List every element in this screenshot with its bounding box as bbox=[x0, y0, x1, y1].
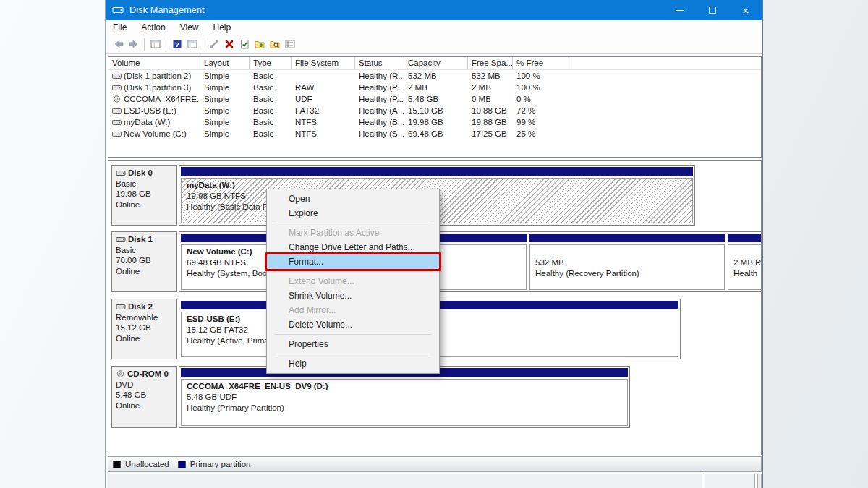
layout-cell: Simple bbox=[200, 72, 250, 80]
menu-bar: File Action View Help bbox=[106, 20, 762, 35]
disk1-label-panel[interactable]: Disk 1 Basic 70.00 GB Online bbox=[111, 231, 177, 292]
volume-list: Volume Layout Type File System Status Ca… bbox=[108, 56, 762, 158]
drive-icon bbox=[112, 131, 122, 137]
disk-type: Removable bbox=[116, 312, 176, 323]
type-cell: Basic bbox=[250, 83, 292, 92]
capacity-cell: 15.10 GB bbox=[404, 106, 468, 115]
column-header-file-system[interactable]: File System bbox=[292, 57, 355, 69]
status-pane bbox=[705, 474, 755, 488]
delete-icon[interactable] bbox=[221, 37, 237, 51]
capacity-cell: 532 MB bbox=[404, 72, 468, 80]
menu-item-delete-volume[interactable]: Delete Volume... bbox=[267, 317, 439, 332]
volume-list-header: Volume Layout Type File System Status Ca… bbox=[109, 57, 761, 70]
column-header-type[interactable]: Type bbox=[250, 57, 292, 69]
menu-action[interactable]: Action bbox=[134, 22, 172, 33]
partition-size: 2 MB R bbox=[733, 257, 761, 268]
open-folder-icon[interactable] bbox=[252, 37, 267, 51]
disk-size: 19.98 GB bbox=[116, 189, 176, 200]
column-header-free-space[interactable]: Free Spa... bbox=[468, 57, 513, 69]
menu-item-shrink-volume[interactable]: Shrink Volume... bbox=[267, 288, 439, 303]
column-header-layout[interactable]: Layout bbox=[200, 57, 250, 69]
maximize-icon bbox=[709, 7, 716, 14]
file-system-cell: FAT32 bbox=[292, 106, 355, 115]
partition-title bbox=[535, 247, 724, 257]
table-row[interactable]: New Volume (C:) Simple Basic NTFS Health… bbox=[109, 128, 761, 140]
console-window-icon[interactable] bbox=[148, 37, 163, 51]
legend-label-unallocated: Unallocated bbox=[125, 460, 169, 468]
cdrom0-label-panel[interactable]: CD-ROM 0 DVD 5.48 GB Online bbox=[111, 366, 177, 428]
type-cell: Basic bbox=[250, 95, 292, 103]
type-cell: Basic bbox=[250, 118, 292, 127]
menu-help[interactable]: Help bbox=[206, 22, 239, 33]
close-button[interactable]: × bbox=[729, 0, 762, 20]
validate-document-icon[interactable] bbox=[237, 37, 252, 51]
menu-file[interactable]: File bbox=[106, 22, 134, 33]
legend-bar: Unallocated Primary partition bbox=[108, 456, 762, 472]
disk0-label-panel[interactable]: Disk 0 Basic 19.98 GB Online bbox=[111, 165, 177, 226]
find-folder-icon[interactable] bbox=[267, 37, 282, 51]
minimize-icon bbox=[676, 10, 684, 11]
menu-item-explore[interactable]: Explore bbox=[267, 206, 439, 221]
partition-size: 5.48 GB UDF bbox=[187, 392, 627, 403]
partition-cccoma-d[interactable]: CCCOMA_X64FRE_EN-US_DV9 (D:) 5.48 GB UDF… bbox=[181, 368, 628, 426]
partition-status: Healthy (Primary Partition) bbox=[187, 403, 627, 414]
menu-view[interactable]: View bbox=[173, 22, 206, 33]
back-icon[interactable] bbox=[111, 37, 126, 51]
capacity-cell: 5.48 GB bbox=[404, 95, 468, 103]
column-header-filler bbox=[569, 57, 761, 69]
table-row[interactable]: myData (W:) Simple Basic NTFS Healthy (B… bbox=[109, 116, 761, 128]
pct-free-cell: 100 % bbox=[513, 72, 569, 80]
drive-icon bbox=[112, 73, 122, 80]
table-row[interactable]: (Disk 1 partition 2) Simple Basic Health… bbox=[109, 70, 761, 82]
status-cell: Healthy (B... bbox=[355, 118, 404, 127]
help-icon[interactable]: ? bbox=[169, 37, 184, 51]
menu-item-format[interactable]: Format... bbox=[267, 254, 439, 269]
table-row[interactable]: CCCOMA_X64FRE... Simple Basic UDF Health… bbox=[109, 93, 761, 105]
pct-free-cell: 72 % bbox=[513, 106, 569, 115]
disk-status: Online bbox=[116, 266, 176, 277]
disk-size: 5.48 GB bbox=[116, 390, 176, 401]
cd-icon bbox=[116, 370, 125, 377]
layout-cell: Simple bbox=[200, 83, 250, 92]
menu-item-change-drive-letter[interactable]: Change Drive Letter and Paths... bbox=[267, 240, 439, 254]
column-header-capacity[interactable]: Capacity bbox=[404, 57, 468, 69]
partition-title: CCCOMA_X64FRE_EN-US_DV9 (D:) bbox=[187, 381, 627, 392]
volume-name: (Disk 1 partition 3) bbox=[124, 83, 191, 92]
cdrom0-strip: CCCOMA_X64FRE_EN-US_DV9 (D:) 5.48 GB UDF… bbox=[179, 366, 630, 428]
disk2-label-panel[interactable]: Disk 2 Removable 15.12 GB Online bbox=[111, 299, 177, 359]
menu-item-help[interactable]: Help bbox=[267, 356, 439, 371]
disk-name: Disk 0 bbox=[128, 168, 153, 179]
column-header-status[interactable]: Status bbox=[355, 57, 404, 69]
disk-type: DVD bbox=[116, 380, 176, 390]
menu-item-open[interactable]: Open bbox=[267, 192, 439, 206]
column-header-pct-free[interactable]: % Free bbox=[513, 57, 569, 69]
file-system-cell: NTFS bbox=[292, 129, 355, 138]
capacity-cell: 2 MB bbox=[404, 83, 468, 92]
table-row[interactable]: ESD-USB (E:) Simple Basic FAT32 Healthy … bbox=[109, 105, 761, 116]
column-header-volume[interactable]: Volume bbox=[109, 57, 200, 69]
properties-list-icon[interactable] bbox=[282, 37, 297, 51]
layout-cell: Simple bbox=[200, 129, 250, 138]
console-tree-icon[interactable] bbox=[184, 37, 200, 51]
minimize-button[interactable] bbox=[663, 0, 696, 20]
status-pane bbox=[757, 474, 762, 488]
table-row[interactable]: (Disk 1 partition 3) Simple Basic RAW He… bbox=[109, 82, 761, 93]
forward-icon[interactable] bbox=[126, 37, 141, 51]
type-cell: Basic bbox=[250, 72, 292, 80]
maximize-button[interactable] bbox=[696, 0, 729, 20]
free-space-cell: 17.25 GB bbox=[468, 129, 513, 138]
menu-item-properties[interactable]: Properties bbox=[267, 337, 439, 351]
partition-raw-2mb[interactable]: 2 MB R Health bbox=[728, 234, 761, 290]
drive-icon bbox=[116, 304, 126, 310]
free-space-cell: 0 MB bbox=[468, 95, 513, 103]
layout-cell: Simple bbox=[200, 95, 250, 103]
window-title: Disk Management bbox=[129, 5, 205, 15]
partition-recovery[interactable]: 532 MB Healthy (Recovery Partition) bbox=[529, 234, 725, 290]
drive-icon bbox=[116, 236, 126, 243]
disk-name: CD-ROM 0 bbox=[127, 369, 169, 380]
type-cell: Basic bbox=[250, 129, 292, 138]
disk-size: 15.12 GB bbox=[116, 322, 176, 333]
tool-icon[interactable] bbox=[206, 37, 221, 51]
status-pane bbox=[108, 474, 702, 488]
app-drive-icon bbox=[112, 5, 124, 15]
